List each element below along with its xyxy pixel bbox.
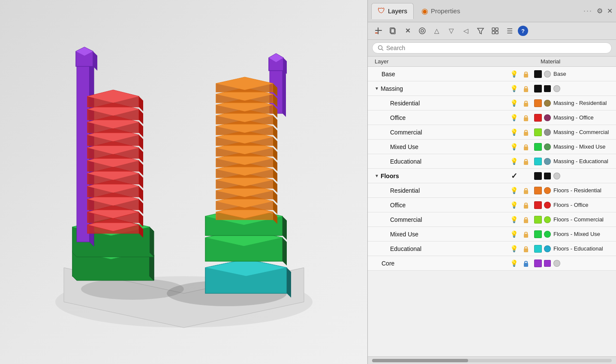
layer-row-massing[interactable]: ▼Massing💡: [368, 81, 616, 96]
layer-name-floors: ▼Floors: [375, 173, 508, 179]
layer-checkmark-core[interactable]: 💡: [508, 260, 520, 267]
layer-row-massing-mixed[interactable]: Mixed Use💡Massing - Mixed Use: [368, 140, 616, 154]
collapse-button[interactable]: ▽: [445, 25, 458, 37]
layer-row-massing-educational[interactable]: Educational💡Massing - Educational: [368, 154, 616, 169]
expand-button[interactable]: △: [430, 25, 443, 37]
add-layer-button[interactable]: [372, 25, 385, 37]
layer-color-floors-mixed[interactable]: [532, 230, 544, 238]
layer-lock-massing-residential[interactable]: [520, 100, 532, 107]
layer-color-massing[interactable]: [532, 85, 544, 92]
layer-checkmark-floors-office[interactable]: 💡: [508, 201, 520, 209]
layer-name-label-floors-educational: Educational: [390, 245, 421, 252]
layer-lock-massing-educational[interactable]: [520, 158, 532, 165]
layer-row-floors-residential[interactable]: Residential💡Floors - Residential: [368, 183, 616, 198]
viewport[interactable]: [0, 0, 367, 364]
layer-color-core[interactable]: [532, 260, 544, 267]
layer-checkmark-massing-office[interactable]: 💡: [508, 114, 520, 122]
settings-icon[interactable]: ⚙: [597, 7, 603, 15]
layer-lock-floors-mixed[interactable]: [520, 231, 532, 238]
layer-name-massing-residential: Residential: [383, 100, 508, 107]
layer-name-base: Base: [375, 71, 508, 78]
layer-lock-base[interactable]: [520, 71, 532, 78]
help-button[interactable]: ?: [518, 26, 528, 36]
layer-color-floors-office[interactable]: [532, 201, 544, 209]
svg-point-15: [379, 46, 382, 50]
layer-row-floors-office[interactable]: Office💡Floors - Office: [368, 198, 616, 212]
layer-color-massing-office[interactable]: [532, 114, 544, 122]
layer-color-massing-commercial[interactable]: [532, 128, 544, 136]
layer-color-floors-educational[interactable]: [532, 245, 544, 253]
svg-rect-14: [496, 31, 498, 34]
layer-material-massing-commercial: Massing - Commercial: [544, 129, 613, 136]
search-input[interactable]: [386, 45, 606, 51]
panel-menu-dots[interactable]: ···: [583, 6, 592, 15]
layer-checkmark-massing-mixed[interactable]: 💡: [508, 143, 520, 151]
layer-lock-floors-commercial[interactable]: [520, 216, 532, 223]
layer-lock-massing-office[interactable]: [520, 114, 532, 121]
scrollbar-thumb[interactable]: [372, 359, 468, 362]
layer-name-massing-office: Office: [383, 114, 508, 121]
layer-checkmark-floors-residential[interactable]: 💡: [508, 187, 520, 194]
layer-lock-floors-residential[interactable]: [520, 187, 532, 194]
layer-checkmark-massing[interactable]: 💡: [508, 85, 520, 92]
layer-lock-massing[interactable]: [520, 85, 532, 92]
layer-row-floors[interactable]: ▼Floors✓: [368, 169, 616, 183]
layer-checkmark-floors-commercial[interactable]: 💡: [508, 216, 520, 224]
group-layer-button[interactable]: [416, 25, 429, 37]
layer-lock-core[interactable]: [520, 260, 532, 267]
search-icon: [378, 45, 384, 51]
layer-name-label-base: Base: [382, 71, 395, 78]
layer-name-label-massing-educational: Educational: [390, 158, 421, 165]
layer-color-floors-commercial[interactable]: [532, 216, 544, 224]
layer-lock-massing-mixed[interactable]: [520, 143, 532, 150]
material-label-floors-mixed: Floors - Mixed Use: [553, 231, 600, 237]
left-tower-floors: [87, 90, 143, 238]
layer-color-floors[interactable]: [532, 172, 544, 180]
tab-layers[interactable]: 🛡 Layers: [371, 3, 414, 19]
expand-triangle-floors[interactable]: ▼: [375, 173, 379, 178]
svg-rect-20: [524, 117, 528, 121]
layer-checkmark-floors-mixed[interactable]: 💡: [508, 230, 520, 238]
layer-row-core[interactable]: Core💡: [368, 256, 616, 271]
layer-row-floors-commercial[interactable]: Commercial💡Floors - Commercial: [368, 212, 616, 227]
layer-checkmark-massing-educational[interactable]: 💡: [508, 158, 520, 165]
scrollbar-track[interactable]: [372, 359, 612, 362]
grid-view-button[interactable]: [489, 25, 502, 37]
svg-rect-25: [524, 205, 528, 209]
copy-layer-button[interactable]: [387, 25, 400, 37]
layer-name-label-floors-mixed: Mixed Use: [390, 231, 418, 238]
layers-toolbar: ✕ △ ▽ ◁ ☰ ?: [368, 22, 616, 40]
panel-footer: [368, 356, 616, 364]
layer-row-base[interactable]: Base💡Base: [368, 67, 616, 81]
layer-color-floors-residential[interactable]: [532, 187, 544, 194]
search-bar: [368, 40, 616, 57]
layer-row-massing-residential[interactable]: Residential💡Massing - Residential: [368, 96, 616, 110]
layer-color-massing-mixed[interactable]: [532, 143, 544, 151]
svg-rect-5: [375, 33, 378, 33]
filter-button[interactable]: [474, 25, 487, 37]
layer-checkmark-floors-educational[interactable]: 💡: [508, 245, 520, 253]
layer-lock-floors-office[interactable]: [520, 202, 532, 209]
layer-lock-massing-commercial[interactable]: [520, 129, 532, 136]
layer-row-massing-office[interactable]: Office💡Massing - Office: [368, 110, 616, 125]
layer-checkmark-massing-residential[interactable]: 💡: [508, 99, 520, 107]
layer-checkmark-floors[interactable]: ✓: [508, 171, 520, 181]
search-input-wrapper[interactable]: [372, 42, 612, 54]
layer-color-massing-residential[interactable]: [532, 99, 544, 107]
expand-triangle-massing[interactable]: ▼: [375, 86, 379, 91]
layer-row-floors-mixed[interactable]: Mixed Use💡Floors - Mixed Use: [368, 227, 616, 242]
layer-material-floors-educational: Floors - Educational: [544, 245, 613, 252]
layer-checkmark-massing-commercial[interactable]: 💡: [508, 128, 520, 136]
layer-row-massing-commercial[interactable]: Commercial💡Massing - Commercial: [368, 125, 616, 140]
list-view-button[interactable]: ☰: [503, 25, 516, 37]
delete-layer-button[interactable]: ✕: [401, 25, 414, 37]
tab-properties[interactable]: ◉ Properties: [415, 3, 466, 19]
layer-lock-floors-educational[interactable]: [520, 245, 532, 252]
layer-color-massing-educational[interactable]: [532, 158, 544, 165]
layer-checkmark-base[interactable]: 💡: [508, 70, 520, 78]
prev-button[interactable]: ◁: [460, 25, 472, 37]
close-icon[interactable]: ✕: [607, 7, 613, 15]
layer-color-base[interactable]: [532, 70, 544, 78]
layer-row-floors-educational[interactable]: Educational💡Floors - Educational: [368, 242, 616, 256]
col-lock: [517, 58, 529, 65]
